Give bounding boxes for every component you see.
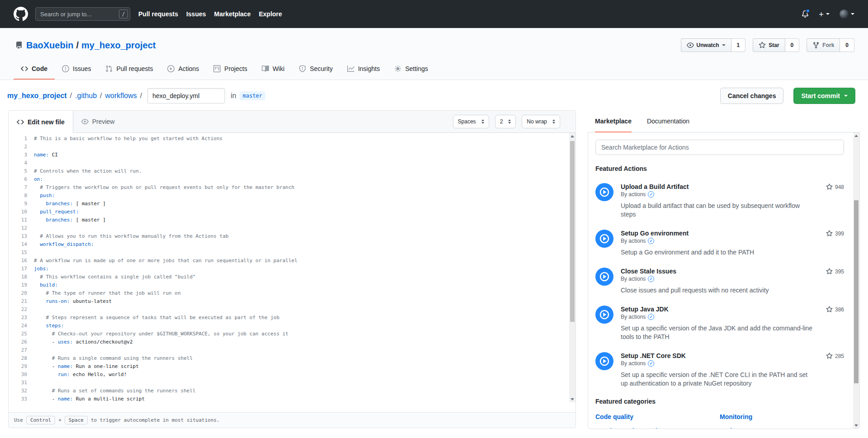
line-number: 15 bbox=[9, 249, 34, 257]
line-number: 29 bbox=[9, 363, 34, 371]
category-project-management[interactable]: Project management bbox=[720, 427, 844, 429]
code-line[interactable]: 5# Controls when the action will run. bbox=[9, 167, 576, 175]
code-line[interactable]: 26 - uses: actions/checkout@v2 bbox=[9, 338, 576, 346]
code-line[interactable]: 22 bbox=[9, 306, 576, 314]
tab-marketplace[interactable]: Marketplace bbox=[595, 110, 632, 132]
tab-documentation[interactable]: Documentation bbox=[647, 110, 689, 132]
tab-issues[interactable]: Issues bbox=[55, 59, 98, 80]
code-line[interactable]: 20 # The type of runner that the job wil… bbox=[9, 289, 576, 297]
create-new-menu[interactable]: + bbox=[819, 10, 830, 19]
indent-size-select[interactable]: 2 bbox=[495, 115, 516, 128]
star-count[interactable]: 0 bbox=[785, 38, 800, 52]
code-line[interactable]: 19 build: bbox=[9, 281, 576, 289]
scrollbar-thumb[interactable] bbox=[854, 200, 859, 383]
fork-count[interactable]: 0 bbox=[840, 38, 854, 52]
code-line[interactable]: 7 # Triggers the workflow on push or pul… bbox=[9, 184, 576, 192]
code-line[interactable]: 3name: CI bbox=[9, 151, 576, 159]
scrollbar-thumb[interactable] bbox=[570, 141, 575, 322]
tab-code[interactable]: Code bbox=[14, 59, 55, 80]
nav-link-marketplace[interactable]: Marketplace bbox=[214, 10, 251, 18]
line-number: 3 bbox=[9, 151, 34, 159]
action-title-link[interactable]: Upload a Build Artifact bbox=[621, 183, 815, 190]
code-line[interactable]: 13 # Allows you to run this workflow man… bbox=[9, 232, 576, 240]
notifications-bell-icon[interactable] bbox=[802, 10, 809, 18]
code-line[interactable]: 4 bbox=[9, 159, 576, 167]
action-title-link[interactable]: Close Stale Issues bbox=[621, 268, 769, 275]
hint-text: to trigger autocomplete in most situatio… bbox=[91, 417, 220, 423]
code-line[interactable]: 23 # Steps represent a sequence of tasks… bbox=[9, 314, 576, 322]
category-code-quality[interactable]: Code quality bbox=[595, 413, 720, 420]
tab-actions[interactable]: Actions bbox=[160, 59, 206, 80]
code-line[interactable]: 1# This is a basic workflow to help you … bbox=[9, 135, 576, 143]
nav-link-pull-requests[interactable]: Pull requests bbox=[138, 10, 178, 18]
breadcrumb-workflows-dir-link[interactable]: workflows bbox=[105, 92, 137, 100]
tab-projects[interactable]: Projects bbox=[206, 59, 255, 80]
action-title-link[interactable]: Setup .NET Core SDK bbox=[621, 352, 815, 359]
tab-security[interactable]: Security bbox=[292, 59, 340, 80]
star-button[interactable]: Star bbox=[753, 38, 785, 52]
code-line[interactable]: 25 # Checks-out your repository under $G… bbox=[9, 330, 576, 338]
scroll-down-arrow[interactable] bbox=[569, 396, 576, 402]
action-title-link[interactable]: Setup Go environment bbox=[621, 230, 754, 237]
wrap-mode-select[interactable]: No wrap bbox=[522, 115, 560, 128]
code-line[interactable]: 17jobs: bbox=[9, 265, 576, 273]
category-monitoring[interactable]: Monitoring bbox=[720, 413, 844, 420]
code-line[interactable]: 8 push: bbox=[9, 192, 576, 200]
indent-mode-select[interactable]: Spaces bbox=[453, 115, 489, 128]
tab-insights[interactable]: Insights bbox=[340, 59, 387, 80]
code-line[interactable]: 29 - name: Run a one-line script bbox=[9, 363, 576, 371]
marketplace-action-item: Setup Java JDK By actions ✓ Set up a spe… bbox=[595, 306, 844, 341]
nav-link-explore[interactable]: Explore bbox=[259, 10, 282, 18]
scroll-up-arrow[interactable] bbox=[569, 133, 576, 139]
code-line[interactable]: 31 bbox=[9, 379, 576, 387]
action-title-link[interactable]: Setup Java JDK bbox=[621, 306, 815, 313]
code-line[interactable]: 11 branches: [ master ] bbox=[9, 216, 576, 224]
tab-wiki[interactable]: Wiki bbox=[255, 59, 292, 80]
scroll-down-arrow[interactable] bbox=[853, 422, 859, 429]
github-logo-icon[interactable] bbox=[14, 7, 28, 21]
scroll-up-arrow[interactable] bbox=[853, 132, 859, 139]
code-line[interactable]: 9 branches: [ master ] bbox=[9, 200, 576, 208]
breadcrumb-github-dir-link[interactable]: .github bbox=[75, 92, 97, 100]
code-line[interactable]: 14 workflow_dispatch: bbox=[9, 240, 576, 249]
start-commit-button[interactable]: Start commit bbox=[793, 88, 855, 104]
nav-link-issues[interactable]: Issues bbox=[186, 10, 206, 18]
sidebar-scrollbar[interactable] bbox=[853, 132, 859, 429]
code-editor-area[interactable]: 1# This is a basic workflow to help you … bbox=[9, 133, 576, 402]
tab-settings[interactable]: Settings bbox=[387, 59, 435, 80]
user-menu[interactable] bbox=[840, 9, 854, 19]
filename-input[interactable] bbox=[147, 88, 225, 104]
code-line[interactable]: 27 bbox=[9, 346, 576, 354]
branch-badge[interactable]: master bbox=[240, 91, 265, 100]
editor-scrollbar[interactable] bbox=[569, 133, 576, 402]
code-line[interactable]: 6on: bbox=[9, 175, 576, 184]
unwatch-button[interactable]: Unwatch bbox=[681, 38, 731, 52]
code-line[interactable]: 33 - name: Run a multi-line script bbox=[9, 395, 576, 402]
marketplace-search-input[interactable] bbox=[595, 140, 844, 155]
fork-button[interactable]: Fork bbox=[807, 38, 840, 52]
code-line[interactable]: 15 bbox=[9, 249, 576, 257]
featured-actions-heading: Featured Actions bbox=[595, 165, 844, 172]
code-line[interactable]: 12 bbox=[9, 224, 576, 232]
category-continuous-integration[interactable]: Continuous integration bbox=[595, 427, 720, 429]
code-line[interactable]: 2 bbox=[9, 143, 576, 151]
tab-preview[interactable]: Preview bbox=[73, 111, 123, 132]
tab-edit-new-file[interactable]: Edit new file bbox=[9, 111, 73, 133]
code-line[interactable]: 21 runs-on: ubuntu-latest bbox=[9, 297, 576, 306]
global-search-input[interactable] bbox=[35, 7, 130, 21]
breadcrumb-repo-link[interactable]: my_hexo_project bbox=[7, 92, 67, 100]
code-line[interactable]: 10 pull_request: bbox=[9, 208, 576, 216]
code-line[interactable]: 16# A workflow run is made up of one or … bbox=[9, 257, 576, 265]
tab-pull-requests[interactable]: Pull requests bbox=[98, 59, 160, 80]
code-line[interactable]: 18 # This workflow contains a single job… bbox=[9, 273, 576, 281]
code-line[interactable]: 24 steps: bbox=[9, 322, 576, 330]
code-line[interactable]: 32 # Runs a set of commands using the ru… bbox=[9, 387, 576, 395]
featured-categories-heading: Featured categories bbox=[595, 398, 844, 405]
cancel-changes-button[interactable]: Cancel changes bbox=[720, 88, 784, 104]
code-line[interactable]: 30 run: echo Hello, world! bbox=[9, 371, 576, 379]
repo-name-link[interactable]: my_hexo_project bbox=[81, 40, 156, 51]
code-line[interactable]: 28 # Runs a single command using the run… bbox=[9, 354, 576, 363]
repo-owner-link[interactable]: BaoXuebin bbox=[26, 40, 73, 51]
watch-count[interactable]: 1 bbox=[731, 38, 746, 52]
line-number: 31 bbox=[9, 379, 34, 387]
